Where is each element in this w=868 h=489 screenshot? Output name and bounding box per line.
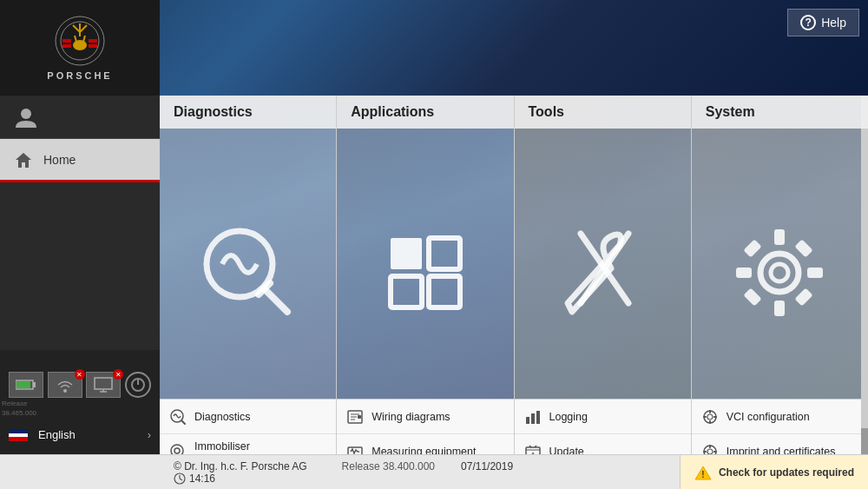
svg-text:!: ! — [701, 470, 704, 479]
svg-rect-9 — [33, 382, 36, 387]
category-diagnostics[interactable]: Diagnostics — [160, 96, 337, 399]
svg-rect-10 — [16, 381, 30, 388]
svg-rect-55 — [536, 411, 540, 424]
porsche-logo-text: PORSCHE — [47, 70, 112, 81]
svg-rect-5 — [89, 39, 97, 43]
copyright-text: © Dr. Ing. h.c. F. Porsche AG — [174, 460, 307, 472]
time-text: 14:16 — [189, 472, 215, 485]
help-icon: ? — [800, 15, 816, 30]
display-icon — [94, 377, 113, 393]
categories-row: Diagnostics Applications — [160, 96, 868, 400]
svg-point-7 — [21, 109, 31, 119]
svg-rect-31 — [807, 268, 823, 278]
network-icon — [56, 377, 75, 393]
svg-point-27 — [771, 264, 788, 281]
svg-point-62 — [707, 414, 713, 420]
home-label: Home — [43, 153, 76, 167]
link-wiring-label: Wiring diagrams — [372, 411, 450, 423]
svg-rect-20 — [391, 238, 422, 269]
network-status-button[interactable]: ✕ — [48, 372, 82, 398]
power-button[interactable] — [125, 372, 151, 398]
svg-rect-22 — [391, 276, 422, 307]
warning-text: Check for updates required — [719, 466, 854, 479]
links-row: Diagnostics Immobiliser → 9PA Cayenne Di… — [160, 400, 868, 454]
svg-rect-32 — [744, 239, 762, 257]
svg-rect-33 — [795, 239, 813, 257]
porsche-logo-area: PORSCHE — [0, 0, 160, 96]
category-system[interactable]: System — [692, 96, 868, 399]
porsche-crest-icon — [54, 15, 106, 67]
svg-rect-3 — [62, 39, 71, 43]
update-warning: ! Check for updates required — [680, 455, 868, 489]
link-vci[interactable]: VCI configuration — [692, 400, 868, 434]
svg-rect-47 — [358, 415, 361, 419]
svg-rect-34 — [744, 287, 762, 306]
applications-links: Wiring diagrams Measuring equipment — [337, 400, 514, 454]
link-immobiliser-label: Immobiliser — [194, 440, 250, 453]
applications-icon — [373, 146, 477, 399]
display-error-badge: ✕ — [113, 369, 123, 380]
link-diagnostics-label: Diagnostics — [194, 411, 251, 423]
date-text: 07/11/2019 — [461, 460, 513, 472]
sidebar-user — [0, 96, 160, 139]
svg-rect-69 — [709, 445, 711, 448]
link-logging-label: Logging — [549, 411, 589, 423]
svg-rect-64 — [709, 420, 711, 424]
help-label: Help — [821, 16, 846, 30]
svg-line-37 — [181, 420, 185, 424]
svg-rect-71 — [703, 451, 707, 453]
category-tools[interactable]: Tools — [515, 96, 692, 399]
svg-rect-54 — [531, 413, 535, 424]
svg-rect-66 — [713, 416, 717, 418]
tools-icon — [546, 146, 659, 399]
power-icon — [130, 377, 146, 393]
svg-point-2 — [73, 40, 87, 50]
language-selector[interactable]: English › — [0, 415, 160, 454]
svg-rect-28 — [774, 229, 785, 245]
svg-rect-4 — [62, 44, 71, 48]
flag-icon — [9, 429, 28, 441]
battery-button[interactable] — [9, 372, 43, 398]
sidebar-item-home[interactable]: Home — [0, 139, 160, 182]
network-error-badge: ✕ — [75, 369, 85, 380]
system-links: VCI configuration Imprint and certificat… — [692, 400, 868, 454]
svg-rect-63 — [709, 410, 711, 413]
svg-rect-65 — [703, 416, 707, 418]
applications-header: Applications — [337, 96, 513, 129]
diag-link-icon — [168, 407, 187, 426]
system-header: System — [692, 96, 868, 129]
category-applications[interactable]: Applications — [337, 96, 514, 399]
svg-rect-35 — [795, 287, 813, 306]
status-left: © Dr. Ing. h.c. F. Porsche AG Release 38… — [0, 460, 680, 485]
warning-icon: ! — [694, 465, 712, 480]
svg-rect-29 — [774, 301, 785, 316]
user-icon — [14, 105, 38, 129]
battery-icon — [16, 379, 36, 391]
svg-line-81 — [180, 479, 182, 480]
diagnostics-icon — [196, 146, 300, 399]
logging-link-icon — [523, 407, 542, 426]
diagnostics-links: Diagnostics Immobiliser → 9PA Cayenne Di… — [160, 400, 337, 454]
scrollbar-thumb[interactable] — [861, 428, 868, 454]
svg-rect-53 — [526, 417, 529, 424]
svg-line-18 — [264, 288, 287, 312]
svg-rect-30 — [736, 268, 752, 278]
help-button[interactable]: ? Help — [787, 9, 859, 36]
display-button[interactable]: ✕ — [86, 372, 121, 398]
svg-point-11 — [63, 389, 67, 393]
scrollbar[interactable] — [861, 96, 868, 454]
vci-link-icon — [700, 407, 720, 426]
status-bar: © Dr. Ing. h.c. F. Porsche AG Release 38… — [0, 454, 868, 489]
link-logging[interactable]: Logging — [515, 400, 691, 434]
svg-rect-21 — [429, 238, 460, 269]
svg-point-39 — [174, 448, 180, 453]
tools-links: Logging Update — [515, 400, 692, 454]
link-diagnostics[interactable]: Diagnostics — [160, 400, 336, 434]
language-label: English — [38, 428, 76, 441]
link-wiring[interactable]: Wiring diagrams — [337, 400, 513, 434]
link-vci-label: VCI configuration — [727, 411, 810, 423]
svg-rect-23 — [429, 276, 460, 307]
svg-rect-12 — [95, 378, 112, 389]
wiring-link-icon — [345, 407, 365, 426]
lang-arrow-icon: › — [148, 428, 151, 441]
